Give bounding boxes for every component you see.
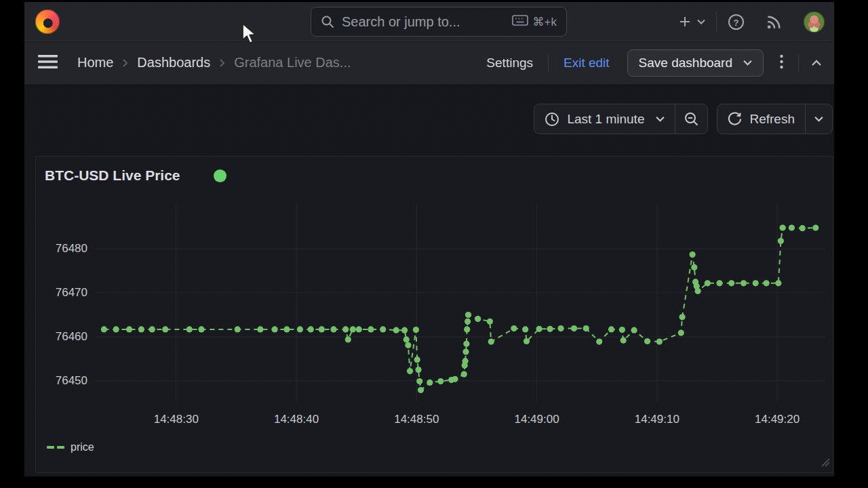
chevron-down-icon — [656, 116, 665, 122]
chevron-down-icon — [697, 19, 705, 24]
y-axis-tick-label: 76460 — [40, 330, 87, 344]
x-axis-tick-label: 14:49:20 — [743, 413, 811, 426]
divider — [798, 54, 799, 72]
refresh-button[interactable]: Refresh — [717, 104, 805, 134]
grafana-logo-icon[interactable] — [35, 9, 60, 34]
breadcrumb-separator-icon — [122, 58, 128, 68]
x-axis-tick-label: 14:48:30 — [142, 413, 210, 426]
user-avatar[interactable] — [804, 12, 825, 33]
panel-title: BTC-USD Live Price — [45, 167, 180, 184]
breadcrumb-dashboards[interactable]: Dashboards — [137, 55, 210, 70]
x-axis-tick-label: 14:48:50 — [382, 413, 450, 426]
top-navigation-bar: Search or jump to... ⌘+k ? — [24, 2, 834, 41]
breadcrumb-current-dashboard: Grafana Live Das... — [234, 55, 351, 70]
search-placeholder: Search or jump to... — [342, 14, 512, 30]
breadcrumb-separator-icon — [219, 58, 225, 68]
time-range-label: Last 1 minute — [567, 112, 644, 127]
legend-label-price[interactable]: price — [71, 441, 94, 453]
chart-legend: price — [47, 441, 94, 453]
svg-text:?: ? — [734, 17, 739, 27]
divider — [716, 12, 717, 32]
price-chart — [96, 204, 825, 402]
grafana-app: Search or jump to... ⌘+k ? — [24, 2, 834, 476]
x-axis-tick-label: 14:49:00 — [503, 413, 571, 426]
collapse-header-button[interactable] — [811, 57, 822, 69]
y-axis-tick-label: 76450 — [40, 374, 87, 388]
y-axis-tick-label: 76480 — [40, 242, 87, 256]
menu-toggle-button[interactable] — [37, 54, 58, 73]
x-axis-tick-label: 14:49:10 — [623, 413, 691, 426]
time-range-picker-button[interactable]: Last 1 minute — [534, 104, 675, 134]
search-input[interactable]: Search or jump to... ⌘+k — [311, 7, 567, 37]
clock-icon — [545, 112, 559, 127]
y-axis-tick-label: 76470 — [40, 286, 87, 300]
btc-usd-panel[interactable]: BTC-USD Live Price 76450764607647076480 … — [35, 156, 833, 473]
refresh-label: Refresh — [749, 112, 795, 127]
chevron-down-icon — [743, 60, 752, 66]
keyboard-icon — [512, 15, 528, 29]
search-shortcut: ⌘+k — [533, 15, 557, 29]
panel-resize-handle[interactable] — [819, 456, 830, 470]
zoom-out-time-button[interactable] — [675, 104, 707, 134]
breadcrumb-home[interactable]: Home — [77, 55, 113, 70]
divider — [548, 54, 549, 72]
zoom-out-icon — [684, 112, 698, 126]
more-options-button[interactable] — [780, 54, 783, 72]
save-dashboard-button[interactable]: Save dashboard — [627, 49, 764, 77]
breadcrumb: Home Dashboards Grafana Live Das... — [77, 55, 351, 70]
series-color-swatch — [47, 446, 64, 449]
screenshot-frame: Search or jump to... ⌘+k ? — [0, 0, 868, 488]
time-controls: Last 1 minute Refresh — [534, 104, 833, 134]
add-new-button[interactable] — [679, 16, 705, 28]
mouse-cursor — [241, 23, 258, 47]
news-rss-button[interactable] — [766, 14, 782, 30]
refresh-icon — [728, 112, 742, 126]
dashboard-header-bar: Home Dashboards Grafana Live Das... Sett… — [24, 42, 834, 84]
help-button[interactable]: ? — [728, 14, 745, 30]
search-icon — [321, 15, 334, 28]
x-axis-tick-label: 14:48:40 — [262, 413, 330, 426]
live-streaming-indicator — [214, 169, 226, 182]
refresh-interval-dropdown[interactable] — [805, 104, 832, 134]
settings-button[interactable]: Settings — [486, 56, 533, 70]
exit-edit-button[interactable]: Exit edit — [564, 56, 610, 70]
chevron-down-icon — [814, 116, 823, 122]
